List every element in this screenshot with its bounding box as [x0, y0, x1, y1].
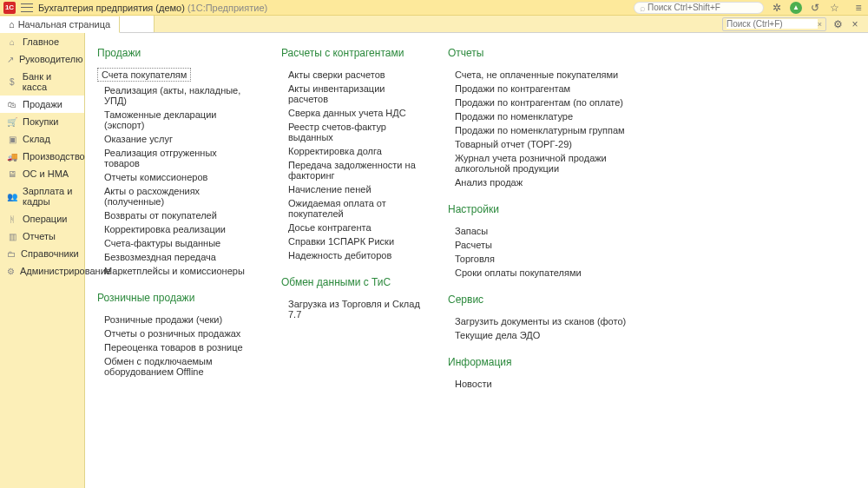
- page-search-input[interactable]: [727, 19, 818, 29]
- link-unpaid-invoices[interactable]: Счета, не оплаченные покупателями: [448, 68, 639, 82]
- sidebar-item-bank[interactable]: $Банк и касса: [0, 68, 84, 96]
- section-head-reports[interactable]: Отчеты: [448, 47, 639, 59]
- main-menu-icon[interactable]: [21, 3, 33, 12]
- box-icon: ▣: [7, 134, 17, 144]
- sidebar-item-purchases[interactable]: 🛒Покупки: [0, 113, 84, 130]
- clear-icon[interactable]: ×: [818, 20, 822, 29]
- tabstrip: ⌂ Начальная страница × ⚙ ×: [0, 16, 868, 33]
- link-sales-by-nom-groups[interactable]: Продажи по номенклатурным группам: [448, 123, 639, 137]
- history-icon[interactable]: ↺: [809, 2, 821, 14]
- sidebar-item-catalogs[interactable]: 🗀Справочники: [0, 245, 84, 262]
- home-icon: ⌂: [9, 19, 15, 30]
- monitor-icon: 🖥: [7, 168, 17, 179]
- sidebar-item-assets[interactable]: 🖥ОС и НМА: [0, 165, 84, 182]
- notification-bell-icon[interactable]: ▲: [790, 2, 802, 14]
- app-name: Бухгалтерия предприятия (демо): [38, 3, 185, 13]
- link-penalties[interactable]: Начисление пеней: [281, 182, 420, 196]
- sidebar-item-manager[interactable]: ↗Руководителю: [0, 50, 84, 68]
- link-payment-terms[interactable]: Сроки оплаты покупателями: [448, 266, 639, 280]
- page-search[interactable]: ×: [722, 17, 826, 31]
- content-area: Продажи Счета покупателям Реализация (ак…: [85, 33, 868, 488]
- link-spark-risks[interactable]: Справки 1СПАРК Риски: [281, 234, 420, 248]
- link-vat-reconciliation[interactable]: Сверка данных учета НДС: [281, 106, 420, 120]
- section-head-info[interactable]: Информация: [448, 356, 639, 368]
- section-head-settings[interactable]: Настройки: [448, 203, 639, 215]
- link-commission-reports[interactable]: Отчеты комиссионеров: [97, 170, 253, 184]
- link-retail-reports[interactable]: Отчеты о розничных продажах: [97, 326, 253, 340]
- chart-icon: ↗: [7, 54, 14, 64]
- link-gratuitous-transfer[interactable]: Безвозмездная передача: [97, 250, 253, 264]
- link-sales-by-counterparty-paid[interactable]: Продажи по контрагентам (по оплате): [448, 96, 639, 109]
- sidebar-item-warehouse[interactable]: ▣Склад: [0, 130, 84, 148]
- truck-icon: 🚚: [7, 151, 17, 162]
- link-alcohol-journal[interactable]: Журнал учета розничной продажи алкогольн…: [448, 151, 639, 175]
- link-debt-correction[interactable]: Корректировка долга: [281, 144, 420, 158]
- link-trade-settings[interactable]: Торговля: [448, 252, 639, 266]
- sidebar-item-operations[interactable]: ᚻОперации: [0, 210, 84, 228]
- link-customer-returns[interactable]: Возвраты от покупателей: [97, 208, 253, 222]
- section-head-settlements[interactable]: Расчеты с контрагентами: [281, 47, 420, 59]
- basket-icon: 🛒: [7, 116, 17, 127]
- link-load-from-scans[interactable]: Загрузить документы из сканов (фото): [448, 314, 639, 328]
- ops-icon: ᚻ: [7, 214, 17, 224]
- section-head-retail[interactable]: Розничные продажи: [97, 292, 253, 304]
- home-icon: ⌂: [7, 36, 17, 47]
- global-search[interactable]: ⌕: [634, 2, 764, 14]
- link-retail-sales[interactable]: Розничные продажи (чеки): [97, 313, 253, 326]
- link-shipped-goods[interactable]: Реализация отгруженных товаров: [97, 146, 253, 170]
- link-factoring[interactable]: Передача задолженности на факторинг: [281, 158, 420, 182]
- section-head-service[interactable]: Сервис: [448, 293, 639, 306]
- link-inventory-acts[interactable]: Акты инвентаризации расчетов: [281, 82, 420, 106]
- app-sub: (1С:Предприятие): [187, 3, 267, 13]
- link-load-from-tis[interactable]: Загрузка из Торговля и Склад 7.7: [281, 297, 420, 321]
- titlebar-text: Бухгалтерия предприятия (демо) (1С:Предп…: [38, 3, 267, 13]
- app-logo-1c: 1C: [3, 2, 16, 14]
- tab-start-page[interactable]: ⌂ Начальная страница: [0, 16, 120, 33]
- link-customer-invoices[interactable]: Счета покупателям: [97, 68, 191, 82]
- gear-icon[interactable]: ⚙: [832, 18, 844, 30]
- tab-empty[interactable]: [120, 16, 155, 32]
- link-edo-tasks[interactable]: Текущие дела ЭДО: [448, 328, 639, 342]
- gear-icon: ⚙: [7, 266, 15, 276]
- link-sales-analysis[interactable]: Анализ продаж: [448, 175, 639, 189]
- link-reconciliation-acts[interactable]: Акты сверки расчетов: [281, 68, 420, 82]
- link-invoice-registry[interactable]: Реестр счетов-фактур выданных: [281, 120, 420, 144]
- sidebar-item-reports[interactable]: ▥Отчеты: [0, 228, 84, 245]
- link-sales-correction[interactable]: Корректировка реализации: [97, 222, 253, 236]
- link-sales-by-nomenclature[interactable]: Продажи по номенклатуре: [448, 109, 639, 123]
- star-icon[interactable]: ☆: [828, 2, 840, 14]
- close-icon[interactable]: ×: [849, 18, 861, 30]
- link-invoices-issued[interactable]: Счета-фактуры выданные: [97, 236, 253, 250]
- search-icon: ⌕: [640, 3, 646, 13]
- link-marketplaces[interactable]: Маркетплейсы и комиссионеры: [97, 264, 253, 278]
- link-customs-decl[interactable]: Таможенные декларации (экспорт): [97, 108, 253, 132]
- folder-icon: 🗀: [7, 248, 16, 259]
- sidebar-item-admin[interactable]: ⚙Администрирование: [0, 262, 84, 280]
- cart-icon: 🛍: [7, 99, 17, 109]
- more-icon[interactable]: ≡: [852, 2, 865, 14]
- sidebar-item-payroll[interactable]: 👥Зарплата и кадры: [0, 182, 84, 210]
- link-sales-by-counterparty[interactable]: Продажи по контрагентам: [448, 82, 639, 96]
- link-revaluation[interactable]: Переоценка товаров в рознице: [97, 340, 253, 354]
- link-equipment-exchange[interactable]: Обмен с подключаемым оборудованием Offli…: [97, 354, 253, 379]
- link-debtor-reliability[interactable]: Надежность дебиторов: [281, 248, 420, 262]
- link-counterparty-dossier[interactable]: Досье контрагента: [281, 221, 420, 234]
- sidebar-item-sales[interactable]: 🛍Продажи: [0, 96, 84, 113]
- bars-icon: ▥: [7, 231, 17, 241]
- sidebar-item-production[interactable]: 🚚Производство: [0, 148, 84, 165]
- link-torg29[interactable]: Товарный отчет (ТОРГ-29): [448, 137, 639, 151]
- link-expected-payment[interactable]: Ожидаемая оплата от покупателей: [281, 196, 420, 221]
- link-settlements-settings[interactable]: Расчеты: [448, 238, 639, 252]
- titlebar: 1C Бухгалтерия предприятия (демо) (1С:Пр…: [0, 0, 868, 16]
- global-search-input[interactable]: [648, 3, 758, 12]
- link-news[interactable]: Новости: [448, 377, 639, 391]
- link-services[interactable]: Оказание услуг: [97, 132, 253, 146]
- section-head-sales[interactable]: Продажи: [97, 47, 253, 59]
- link-realization[interactable]: Реализация (акты, накладные, УПД): [97, 83, 253, 108]
- sync-icon[interactable]: ✲: [771, 2, 783, 14]
- section-head-exchange[interactable]: Обмен данными с ТиС: [281, 276, 420, 288]
- link-discrepancy-acts[interactable]: Акты о расхождениях (полученные): [97, 184, 253, 208]
- people-icon: 👥: [7, 191, 17, 201]
- sidebar-item-main[interactable]: ⌂Главное: [0, 33, 84, 50]
- link-inventory-settings[interactable]: Запасы: [448, 224, 639, 238]
